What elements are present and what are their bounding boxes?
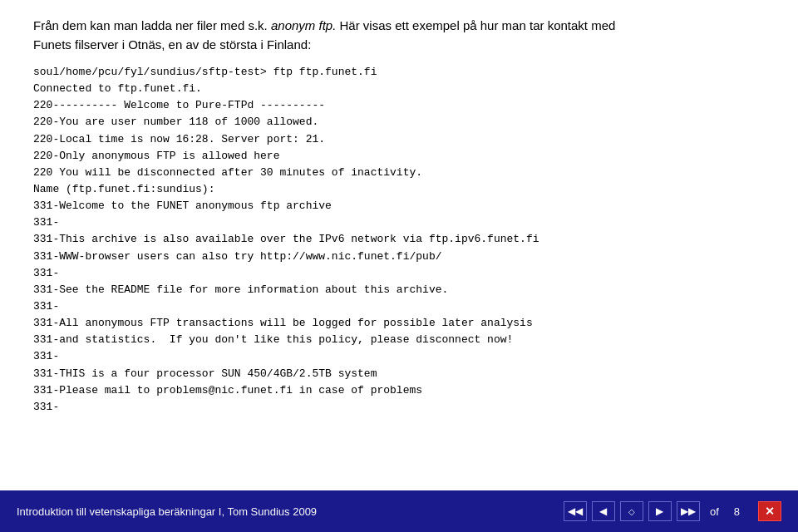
footer-controls: ◀◀ ◀ ◇ ▶ ▶▶ of 8 ✕ (564, 501, 781, 521)
nav-prev-button[interactable]: ◀ (592, 501, 615, 521)
intro-text-before-italic: Från dem kan man ladda ner filer med s.k… (33, 18, 271, 32)
page-number: 8 (734, 505, 740, 518)
intro-paragraph: Från dem kan man ladda ner filer med s.k… (33, 17, 765, 54)
nav-next-button[interactable]: ▶ (648, 501, 672, 521)
footer-title: Introduktion till vetenskapliga beräknin… (17, 505, 317, 518)
intro-text-after-italic: Här visas ett exempel på hur man tar kon… (336, 18, 615, 32)
close-button[interactable]: ✕ (758, 501, 781, 521)
main-content: Från dem kan man ladda ner filer med s.k… (0, 0, 798, 482)
page-indicator: of (710, 505, 719, 518)
footer-bar: Introduktion till vetenskapliga beräknin… (0, 490, 798, 532)
nav-last-button[interactable]: ▶▶ (677, 501, 700, 521)
intro-line3: Funets filserver i Otnäs, en av de störs… (33, 37, 311, 52)
code-block: soul/home/pcu/fyl/sundius/sftp-test> ftp… (33, 64, 765, 416)
nav-first-button[interactable]: ◀◀ (564, 501, 587, 521)
intro-italic-text: anonym ftp. (271, 18, 336, 32)
nav-diamond-button[interactable]: ◇ (620, 501, 643, 521)
